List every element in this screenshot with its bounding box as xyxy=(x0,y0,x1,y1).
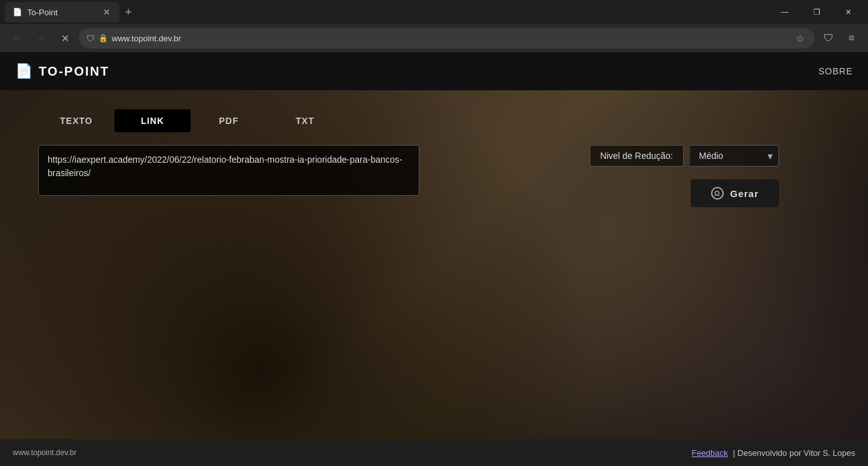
back-button[interactable]: ← xyxy=(6,28,27,48)
sobre-link[interactable]: SOBRE xyxy=(818,66,853,76)
reload-button[interactable]: ✕ xyxy=(55,28,75,48)
gerar-label: Gerar xyxy=(730,188,759,199)
tab-txt[interactable]: TXT xyxy=(267,109,343,132)
window-controls: — ❐ ✕ xyxy=(770,2,863,22)
footer-right: Feedback | Desenvolvido por Vitor S. Lop… xyxy=(691,448,855,458)
forward-button[interactable]: → xyxy=(31,28,51,48)
tab-link[interactable]: LINK xyxy=(114,109,191,132)
shield-icon: 🛡 xyxy=(86,34,95,43)
app-nav: SOBRE xyxy=(818,65,853,77)
title-bar: 📄 To-Point ✕ + — ❐ ✕ xyxy=(0,0,868,24)
gerar-icon: Ω xyxy=(711,187,724,200)
app-title: TO-POINT xyxy=(39,64,109,79)
url-input[interactable]: https://iaexpert.academy/2022/06/22/rela… xyxy=(38,145,419,196)
tab-texto[interactable]: TEXTO xyxy=(38,109,114,132)
feedback-anchor[interactable]: Feedback xyxy=(691,448,728,458)
extensions-button[interactable]: 🛡 xyxy=(818,28,839,48)
right-controls: Nivel de Redução: Baixo Médio Alto Ω Ger… xyxy=(590,145,779,207)
nivel-row: Nivel de Redução: Baixo Médio Alto xyxy=(590,145,779,167)
feedback-link[interactable]: Feedback xyxy=(691,448,728,458)
tab-close-button[interactable]: ✕ xyxy=(102,7,112,17)
menu-button[interactable]: ≡ xyxy=(841,28,862,48)
input-tabs: TEXTO LINK PDF TXT xyxy=(38,109,343,132)
footer-credit: | Desenvolvido por Vitor S. Lopes xyxy=(733,448,855,458)
bookmark-icon[interactable]: ☆ xyxy=(793,30,807,47)
maximize-button[interactable]: ❐ xyxy=(802,2,831,22)
active-tab[interactable]: 📄 To-Point ✕ xyxy=(5,2,119,22)
address-text: www.topoint.dev.br xyxy=(112,34,181,43)
close-button[interactable]: ✕ xyxy=(834,2,863,22)
address-bar[interactable]: 🛡 🔒 www.topoint.dev.br ☆ xyxy=(79,28,815,48)
footer-url: www.topoint.dev.br xyxy=(13,448,77,457)
right-nav-buttons: 🛡 ≡ xyxy=(818,28,862,48)
input-section: https://iaexpert.academy/2022/06/22/rela… xyxy=(38,145,830,207)
app-logo: 📄 TO-POINT xyxy=(15,63,109,79)
new-tab-button[interactable]: + xyxy=(119,3,137,21)
nav-bar: ← → ✕ 🛡 🔒 www.topoint.dev.br ☆ 🛡 ≡ xyxy=(0,24,868,52)
tab-title: To-Point xyxy=(27,8,58,17)
browser-footer: www.topoint.dev.br Feedback | Desenvolvi… xyxy=(0,439,868,466)
tab-favicon: 📄 xyxy=(13,8,22,17)
app-main: TEXTO LINK PDF TXT https://iaexpert.acad… xyxy=(0,90,868,439)
content-overlay: TEXTO LINK PDF TXT https://iaexpert.acad… xyxy=(0,90,868,226)
logo-icon: 📄 xyxy=(15,63,32,79)
tab-pdf[interactable]: PDF xyxy=(191,109,267,132)
nivel-select-wrapper: Baixo Médio Alto xyxy=(690,145,779,167)
gerar-button[interactable]: Ω Gerar xyxy=(691,179,779,207)
minimize-button[interactable]: — xyxy=(770,2,799,22)
app-header: 📄 TO-POINT SOBRE xyxy=(0,52,868,90)
lock-icon: 🔒 xyxy=(98,34,108,43)
browser-chrome: 📄 To-Point ✕ + — ❐ ✕ ← → ✕ 🛡 🔒 www.topoi… xyxy=(0,0,868,52)
nivel-select[interactable]: Baixo Médio Alto xyxy=(690,145,779,167)
nivel-label: Nivel de Redução: xyxy=(590,145,684,167)
